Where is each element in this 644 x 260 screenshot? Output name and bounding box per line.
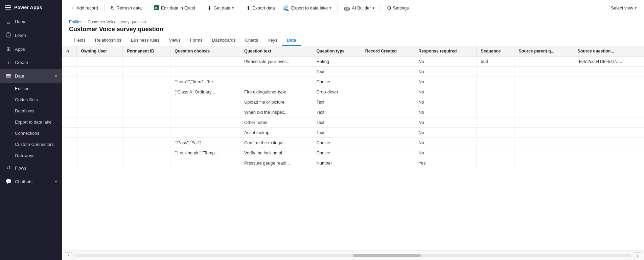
tab-charts[interactable]: Charts [240, 35, 263, 46]
table-cell [361, 97, 414, 107]
sidebar-item-connections[interactable]: Connections [0, 128, 62, 139]
export-to-data-lake-button[interactable]: 🌊 Export to data lake ▾ [280, 3, 335, 13]
table-row[interactable]: Please rate your over...RatingNo550rfe4d… [62, 57, 644, 67]
table-cell [477, 87, 514, 97]
sidebar-item-home[interactable]: ⌂ Home [0, 15, 62, 28]
table-row[interactable]: ["Locking pin","Tamp...Verify the lockin… [62, 148, 644, 158]
menu-icon[interactable] [5, 4, 12, 11]
home-icon: ⌂ [5, 19, 12, 25]
sidebar-item-gateways[interactable]: Gateways [0, 150, 62, 161]
settings-button[interactable]: ⚙ Settings [384, 3, 412, 13]
sidebar-sub-item-label: Connections [15, 131, 39, 136]
table-cell [514, 138, 573, 148]
table-cell [240, 67, 312, 77]
table-cell [477, 97, 514, 107]
table-cell [77, 87, 123, 97]
table-row[interactable]: ["Pass","Fail"]Confirm the extingui...Ch… [62, 138, 644, 148]
col-header-response-required: Response required [414, 46, 477, 57]
table-row[interactable]: ["Item1","Item2","Ite...ChoiceNo [62, 77, 644, 87]
table-cell [62, 77, 77, 87]
table-row[interactable]: Pressure gauge readi...NumberYes [62, 158, 644, 168]
tab-views[interactable]: Views [164, 35, 185, 46]
apps-icon: ⊞ [5, 46, 12, 52]
svg-rect-1 [5, 7, 11, 8]
sidebar-item-label: Create [15, 60, 57, 65]
add-icon: ＋ [70, 5, 75, 11]
table-row[interactable]: Asset lookupTextNo [62, 128, 644, 138]
table-row[interactable]: Other notesTextNo [62, 117, 644, 128]
svg-rect-5 [6, 74, 11, 75]
tab-business-rules[interactable]: Business rules [126, 35, 164, 46]
table-cell [573, 117, 644, 128]
scroll-bar-track[interactable] [75, 254, 631, 257]
tab-dashboards[interactable]: Dashboards [207, 35, 240, 46]
sidebar-item-export-to-data-lake[interactable]: Export to data lake [0, 116, 62, 128]
chatbots-icon: 💬 [5, 178, 12, 185]
topbar-divider-5 [337, 4, 338, 12]
scroll-left-button[interactable]: ‹ [65, 252, 72, 259]
topbar-divider-6 [381, 4, 381, 12]
sidebar-item-label: Chatbots [15, 179, 52, 184]
sidebar-item-label: Home [15, 19, 57, 24]
sidebar-item-apps[interactable]: ⊞ Apps [0, 42, 62, 56]
select-view-button[interactable]: Select view ▾ [607, 4, 640, 12]
sidebar-item-option-sets[interactable]: Option Sets [0, 94, 62, 105]
table-row[interactable]: TextNo [62, 67, 644, 77]
sidebar-sub-item-label: Entities [15, 86, 29, 91]
sidebar-item-data[interactable]: Data ▾ [0, 69, 62, 83]
sidebar-item-custom-connectors[interactable]: Custom Connectors [0, 139, 62, 150]
table-cell: Upload file or picture [240, 97, 312, 107]
ai-builder-button[interactable]: 🤖 AI Builder ▾ [340, 3, 377, 13]
tab-fields[interactable]: Fields [69, 35, 90, 46]
sidebar-item-learn[interactable]: ? Learn [0, 28, 62, 42]
table-cell [170, 57, 240, 67]
breadcrumb-entities-link[interactable]: Entities [69, 20, 82, 24]
table-cell [123, 138, 170, 148]
get-data-button[interactable]: ⬇ Get data ▾ [204, 3, 237, 13]
table-row[interactable]: Upload file or pictureTextNo [62, 97, 644, 107]
sidebar-item-create[interactable]: + Create [0, 56, 62, 69]
table-cell [77, 128, 123, 138]
table-cell: ["Pass","Fail"] [170, 138, 240, 148]
sidebar-item-flows[interactable]: ↺ Flows [0, 161, 62, 175]
get-data-icon: ⬇ [207, 5, 212, 11]
table-cell [573, 67, 644, 77]
table-cell: Text [312, 128, 361, 138]
scroll-right-button[interactable]: › [634, 252, 641, 259]
table-cell [573, 87, 644, 97]
main-content: ＋ Add record ↻ Refresh data X Edit data … [62, 0, 644, 260]
refresh-data-button[interactable]: ↻ Refresh data [107, 3, 145, 13]
table-header-row: n Owning User Permanent ID Question choi… [62, 46, 644, 57]
table-cell: Text [312, 67, 361, 77]
export-data-button[interactable]: ⬆ Export data [243, 3, 278, 13]
scroll-nav: ‹ › [62, 251, 644, 260]
table-cell [361, 57, 414, 67]
table-cell [62, 67, 77, 77]
sidebar-item-label: Flows [15, 166, 57, 171]
sidebar-item-entities[interactable]: Entities [0, 83, 62, 94]
tab-forms[interactable]: Forms [185, 35, 207, 46]
tab-data[interactable]: Data [282, 35, 301, 46]
table-cell: No [414, 67, 477, 77]
add-record-button[interactable]: ＋ Add record [66, 3, 101, 13]
table-cell: No [414, 107, 477, 117]
sidebar-item-dataflows[interactable]: Dataflows [0, 105, 62, 116]
edit-data-in-excel-button[interactable]: X Edit data in Excel [151, 3, 198, 13]
svg-rect-6 [6, 75, 11, 76]
table-cell [123, 128, 170, 138]
table-cell [361, 158, 414, 168]
table-cell [123, 117, 170, 128]
data-table-container[interactable]: n Owning User Permanent ID Question choi… [62, 46, 644, 251]
table-cell [62, 97, 77, 107]
table-row[interactable]: ["Class A: Ordinary ...Fire extinguisher… [62, 87, 644, 97]
table-row[interactable]: When did the inspec...TextNo [62, 107, 644, 117]
table-cell [77, 97, 123, 107]
ai-builder-label: AI Builder [352, 5, 371, 10]
settings-icon: ⚙ [387, 5, 391, 11]
table-cell: No [414, 87, 477, 97]
tab-keys[interactable]: Keys [263, 35, 282, 46]
table-cell: Confirm the extingui... [240, 138, 312, 148]
sidebar-item-chatbots[interactable]: 💬 Chatbots ▾ [0, 175, 62, 188]
tab-relationships[interactable]: Relationships [90, 35, 126, 46]
table-cell [573, 77, 644, 87]
